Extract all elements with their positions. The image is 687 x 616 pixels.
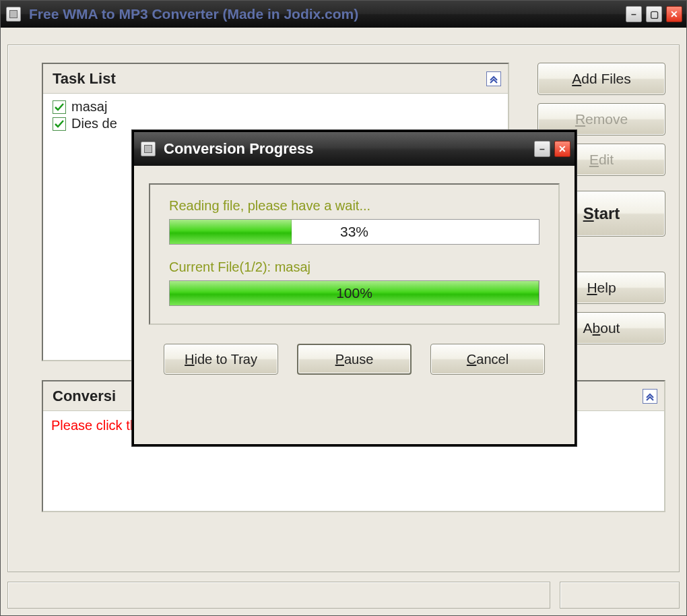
close-button[interactable]: ✕ xyxy=(666,6,682,22)
minimize-button[interactable]: – xyxy=(626,6,642,22)
main-titlebar[interactable]: Free WMA to MP3 Converter (Made in Jodix… xyxy=(1,1,686,28)
dialog-title-text: Conversion Progress xyxy=(164,140,314,158)
conversion-log-title: Conversi xyxy=(53,388,116,405)
add-files-button[interactable]: Add Files xyxy=(537,63,665,95)
task-item-label: masaj xyxy=(71,99,107,115)
conversion-progress-dialog: Conversion Progress – ✕ Reading file, pl… xyxy=(132,130,577,446)
overall-progress-bar: 33% xyxy=(169,219,539,245)
status-bar xyxy=(7,582,680,609)
window-title: Free WMA to MP3 Converter (Made in Jodix… xyxy=(29,6,358,22)
pause-button[interactable]: Pause xyxy=(297,344,412,375)
maximize-button[interactable]: ▢ xyxy=(646,6,662,22)
file-progress-bar: 100% xyxy=(169,280,539,306)
dialog-minimize-button[interactable]: – xyxy=(534,141,550,157)
hide-to-tray-button[interactable]: Hide to Tray xyxy=(164,344,278,375)
task-list-title: Task List xyxy=(53,70,116,88)
checkbox-icon[interactable] xyxy=(53,100,66,114)
collapse-up-icon[interactable] xyxy=(643,389,657,404)
task-item[interactable]: Dies de xyxy=(53,116,498,131)
system-menu-icon[interactable] xyxy=(141,142,156,156)
progress-group: Reading file, please have a wait... 33% … xyxy=(149,183,560,325)
overall-progress-label: Reading file, please have a wait... xyxy=(169,198,539,214)
file-progress-text: 100% xyxy=(336,285,372,301)
task-list-header: Task List xyxy=(43,64,508,94)
task-item[interactable]: masaj xyxy=(53,99,498,115)
dialog-close-button[interactable]: ✕ xyxy=(554,141,570,157)
dialog-body: Reading file, please have a wait... 33% … xyxy=(134,166,575,387)
checkbox-icon[interactable] xyxy=(53,117,66,131)
overall-progress-text: 33% xyxy=(340,224,368,240)
file-progress-label: Current File(1/2): masaj xyxy=(169,259,539,275)
task-item-label: Dies de xyxy=(71,116,117,131)
dialog-titlebar[interactable]: Conversion Progress – ✕ xyxy=(134,132,575,166)
cancel-button[interactable]: Cancel xyxy=(430,344,545,375)
status-segment xyxy=(7,582,550,609)
collapse-up-icon[interactable] xyxy=(486,71,501,86)
status-segment xyxy=(560,582,680,609)
system-menu-icon[interactable] xyxy=(6,7,21,22)
